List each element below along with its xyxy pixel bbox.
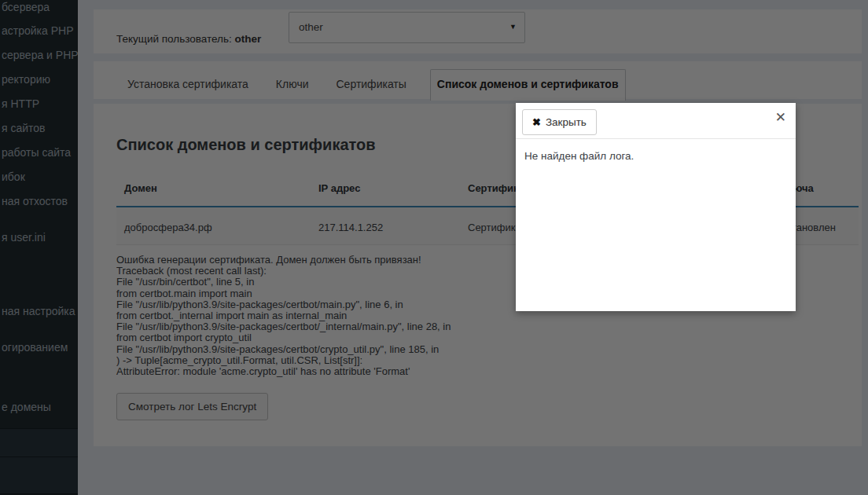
log-modal: ✖ Закрыть ✕ Не найден файл лога. bbox=[516, 103, 796, 311]
modal-corner-close-icon[interactable]: ✕ bbox=[775, 111, 786, 124]
modal-body-text: Не найден файл лога. bbox=[516, 139, 796, 173]
modal-close-button-label: Закрыть bbox=[546, 116, 587, 128]
modal-close-button[interactable]: ✖ Закрыть bbox=[522, 109, 597, 135]
modal-header: ✖ Закрыть ✕ bbox=[516, 103, 796, 139]
close-icon: ✖ bbox=[532, 116, 541, 128]
